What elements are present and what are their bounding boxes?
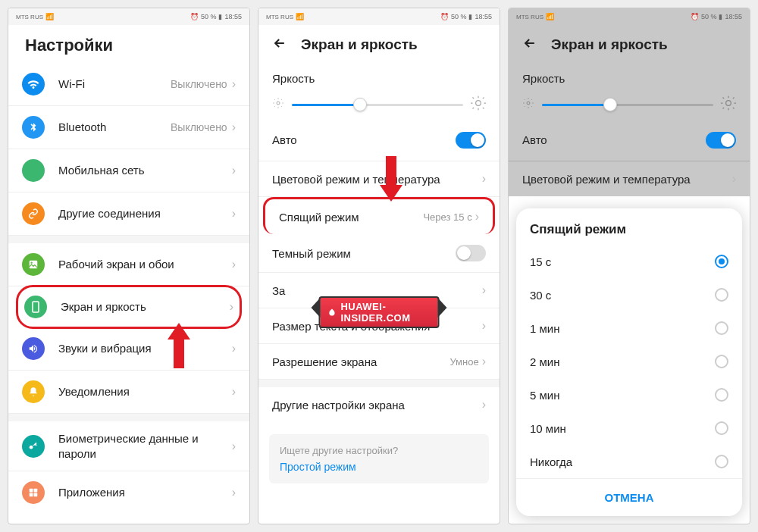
radio-button[interactable]: [715, 388, 728, 402]
bluetooth-icon: [22, 116, 45, 139]
settings-item-biometrics[interactable]: Биометрические данные и пароли ›: [8, 421, 249, 471]
chevron-right-icon: ›: [232, 77, 236, 91]
radio-option-5min[interactable]: 5 мин: [516, 378, 742, 412]
chevron-right-icon: ›: [232, 207, 236, 221]
time-label: 18:55: [224, 13, 242, 20]
radio-option-2min[interactable]: 2 мин: [516, 345, 742, 378]
brightness-slider[interactable]: [509, 88, 750, 124]
back-button[interactable]: [522, 36, 537, 54]
slider-track[interactable]: [542, 104, 713, 106]
modal-title: Спящий режим: [516, 222, 742, 245]
huawei-logo-icon: [328, 307, 337, 318]
settings-item-sounds[interactable]: Звуки и вибрация ›: [8, 327, 249, 371]
auto-toggle[interactable]: [706, 132, 736, 149]
radio-option-15s[interactable]: 15 с: [516, 245, 742, 278]
page-title: Экран и яркость: [301, 36, 418, 53]
svg-point-10: [476, 101, 481, 106]
carrier-label: MTS RUS: [516, 14, 543, 20]
red-arrow-annotation: [380, 156, 402, 202]
radio-button[interactable]: [715, 421, 728, 435]
settings-item-notifications[interactable]: Уведомления ›: [8, 371, 249, 414]
settings-item-label: Рабочий экран и обои: [58, 257, 232, 272]
auto-toggle[interactable]: [456, 132, 486, 149]
brightness-label: Яркость: [509, 64, 750, 88]
svg-rect-5: [34, 489, 38, 493]
display-icon: [24, 296, 47, 318]
back-button[interactable]: [272, 36, 287, 54]
chevron-right-icon: ›: [232, 258, 236, 271]
battery-icon: ▮: [719, 13, 722, 20]
simple-mode-link[interactable]: Простой режим: [280, 461, 478, 473]
radio-option-10min[interactable]: 10 мин: [516, 412, 742, 445]
slider-track[interactable]: [292, 104, 463, 106]
cancel-button[interactable]: ОТМЕНА: [516, 478, 742, 516]
svg-rect-7: [34, 493, 38, 497]
item-label: Цветовой режим и температура: [522, 173, 732, 186]
radio-button[interactable]: [715, 288, 728, 302]
radio-option-never[interactable]: Никогда: [516, 445, 742, 478]
item-resolution[interactable]: Разрешение экрана Умное ›: [258, 344, 500, 380]
svg-rect-4: [30, 489, 33, 493]
svg-rect-6: [30, 493, 33, 497]
sun-large-icon: [721, 95, 736, 114]
svg-point-1: [31, 262, 33, 264]
apps-icon: [22, 481, 45, 504]
sun-large-icon: [471, 95, 486, 114]
chevron-right-icon: ›: [475, 210, 479, 224]
phone-screen-3: MTS RUS 📶 ⏰ 50 % ▮ 18:55 Экран и яркость…: [508, 8, 750, 524]
auto-brightness-row[interactable]: Авто: [509, 124, 750, 161]
radio-button[interactable]: [715, 355, 728, 368]
svg-point-9: [277, 102, 280, 105]
signal-icon: 📶: [45, 13, 54, 20]
settings-item-wifi[interactable]: Wi-Fi Выключено ›: [8, 63, 249, 106]
item-sleep[interactable]: Спящий режим Через 15 с ›: [263, 197, 495, 234]
item-color-mode[interactable]: Цветовой режим и температура ›: [258, 161, 500, 197]
alarm-icon: ⏰: [190, 13, 199, 20]
radio-label: 10 мин: [530, 422, 715, 435]
item-other[interactable]: Другие настройки экрана ›: [258, 387, 500, 422]
phone-screen-1: MTS RUS 📶 ⏰ 50 % ▮ 18:55 Настройки Wi-Fi…: [8, 8, 250, 524]
settings-item-connections[interactable]: Другие соединения ›: [8, 192, 249, 236]
settings-item-label: Приложения: [58, 485, 232, 500]
brightness-slider[interactable]: [258, 88, 500, 124]
brightness-label: Яркость: [258, 64, 500, 88]
status-bar: MTS RUS 📶 ⏰ 50 % ▮ 18:55: [8, 8, 249, 25]
radio-button[interactable]: [715, 255, 728, 268]
radio-button[interactable]: [715, 321, 728, 335]
settings-item-mobile[interactable]: Мобильная сеть ›: [8, 149, 249, 192]
time-label: 18:55: [725, 13, 742, 20]
dark-toggle[interactable]: [456, 245, 486, 261]
settings-item-homescreen[interactable]: Рабочий экран и обои ›: [8, 243, 249, 286]
battery-label: 50 %: [451, 13, 467, 20]
settings-item-value: Выключено: [171, 121, 227, 133]
red-arrow-annotation: [168, 323, 190, 368]
settings-item-bluetooth[interactable]: Bluetooth Выключено ›: [8, 106, 249, 149]
svg-point-13: [726, 101, 731, 106]
battery-label: 50 %: [201, 13, 217, 20]
radio-button[interactable]: [715, 455, 728, 468]
mobile-network-icon: [22, 159, 45, 182]
sun-small-icon: [522, 97, 534, 112]
radio-label: 15 с: [530, 255, 715, 268]
status-bar: MTS RUS 📶 ⏰ 50 % ▮ 18:55: [509, 8, 750, 25]
battery-icon: ▮: [468, 13, 472, 20]
settings-item-apps[interactable]: Приложения ›: [8, 471, 249, 514]
settings-item-display[interactable]: Экран и яркость ›: [16, 285, 242, 329]
item-color-mode[interactable]: Цветовой режим и температура ›: [509, 161, 750, 196]
chevron-right-icon: ›: [232, 440, 236, 453]
radio-label: 2 мин: [530, 355, 715, 368]
item-dark-mode[interactable]: Темный режим: [258, 234, 500, 273]
svg-point-3: [30, 445, 33, 449]
radio-label: 30 с: [530, 289, 715, 302]
item-value: Через 15 с: [423, 211, 471, 223]
auto-brightness-row[interactable]: Авто: [258, 124, 500, 161]
chevron-right-icon: ›: [232, 486, 236, 499]
alarm-icon: ⏰: [440, 13, 449, 20]
battery-label: 50 %: [701, 13, 717, 20]
radio-option-1min[interactable]: 1 мин: [516, 311, 742, 345]
item-label: За: [272, 284, 482, 297]
svg-marker-8: [168, 323, 190, 368]
page-header: Экран и яркость: [258, 25, 500, 64]
radio-label: 1 мин: [530, 322, 715, 335]
radio-option-30s[interactable]: 30 с: [516, 278, 742, 311]
